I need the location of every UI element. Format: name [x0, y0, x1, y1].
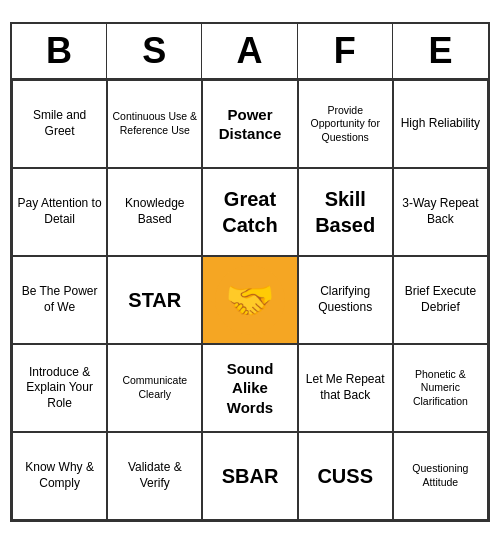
handshake-icon: 🤝 [225, 274, 275, 326]
cell-r4c1: Introduce & Explain Your Role [12, 344, 107, 432]
cell-r5c2: Validate & Verify [107, 432, 202, 520]
cell-r5c4: CUSS [298, 432, 393, 520]
cell-r1c5: High Reliability [393, 80, 488, 168]
cell-r2c1: Pay Attention to Detail [12, 168, 107, 256]
cell-r1c3: Power Distance [202, 80, 297, 168]
cell-r3c3-free: 🤝 [202, 256, 297, 344]
cell-r3c5: Brief Execute Debrief [393, 256, 488, 344]
header-row: B S A F E [12, 24, 488, 80]
cell-r3c4: Clarifying Questions [298, 256, 393, 344]
header-a: A [202, 24, 297, 78]
cell-r5c3: SBAR [202, 432, 297, 520]
cell-r2c4: Skill Based [298, 168, 393, 256]
header-b: B [12, 24, 107, 78]
bingo-grid: Smile and Greet Continuous Use & Referen… [12, 80, 488, 520]
cell-r4c3: Sound Alike Words [202, 344, 297, 432]
cell-r3c1: Be The Power of We [12, 256, 107, 344]
cell-r1c1: Smile and Greet [12, 80, 107, 168]
cell-r4c4: Let Me Repeat that Back [298, 344, 393, 432]
cell-r4c5: Phonetic & Numeric Clarification [393, 344, 488, 432]
header-e: E [393, 24, 488, 78]
free-space-circle: 🤝 [215, 265, 285, 335]
cell-r1c2: Continuous Use & Reference Use [107, 80, 202, 168]
cell-r5c5: Questioning Attitude [393, 432, 488, 520]
cell-r2c3: Great Catch [202, 168, 297, 256]
cell-r3c2: STAR [107, 256, 202, 344]
cell-r2c2: Knowledge Based [107, 168, 202, 256]
cell-r1c4: Provide Opportunity for Questions [298, 80, 393, 168]
header-s: S [107, 24, 202, 78]
cell-r2c5: 3-Way Repeat Back [393, 168, 488, 256]
header-f: F [298, 24, 393, 78]
bingo-card: B S A F E Smile and Greet Continuous Use… [10, 22, 490, 522]
cell-r4c2: Communicate Clearly [107, 344, 202, 432]
cell-r5c1: Know Why & Comply [12, 432, 107, 520]
